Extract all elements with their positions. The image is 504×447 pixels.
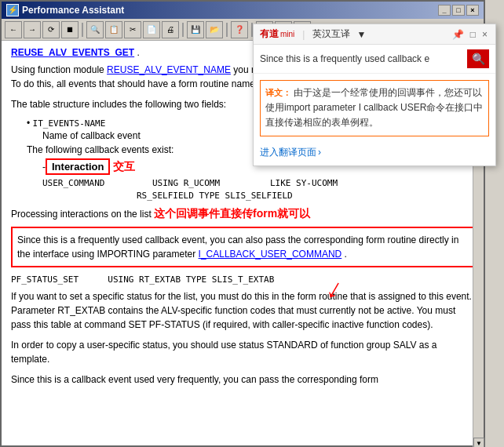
back-button[interactable]: ← — [5, 21, 22, 38]
toolbar-sep-3 — [226, 23, 228, 37]
translation-result-box: 译文： 由于这是一个经常使用的回调事件，您还可以使用import paramet… — [260, 80, 489, 136]
pf-status-params: USING RT_EXTAB TYPE SLIS_T_EXTAB — [108, 274, 274, 285]
maximize-button[interactable]: □ — [452, 5, 465, 16]
func-name-inline[interactable]: REUSE_ALV_EVENT_NAME — [107, 64, 231, 75]
more-translation-link[interactable]: 进入翻译页面 › — [254, 143, 495, 165]
popup-search-button[interactable]: 🔍 — [467, 49, 489, 68]
popup-controls: 📌 □ × — [451, 29, 489, 40]
youdao-mini-label: mini — [280, 30, 294, 38]
toolbar-sep-2 — [182, 23, 184, 37]
paste-button[interactable]: 📄 — [143, 21, 160, 38]
user-command-row: USER_COMMAND USING R_UCOMM LIKE SY-UCOMM — [42, 178, 474, 188]
popup-search-input[interactable] — [260, 53, 464, 64]
translation-popup: 有道 mini | 英汉互译 ▼ 📌 □ × 🔍 译文： 由于这是一个经常使用的… — [253, 24, 496, 166]
rs-selfield: RS_SELFIELD TYPE SLIS_SELFIELD — [137, 191, 293, 201]
chinese-interaction-label: 交互 — [113, 160, 135, 174]
refresh-button[interactable]: ⟳ — [42, 21, 60, 38]
translated-text: 由于这是一个经常使用的回调事件，您还可以使用import parameter I… — [265, 87, 483, 128]
popup-title-text: 英汉互译 — [312, 27, 350, 41]
interaction-badge: Interaction — [46, 158, 110, 175]
open-button[interactable]: 📂 — [206, 21, 223, 38]
popup-title-bar: 有道 mini | 英汉互译 ▼ 📌 □ × — [254, 24, 495, 45]
print-button[interactable]: 🖨 — [162, 21, 179, 38]
using-r-ucomm: USING R_UCOMM — [152, 178, 254, 188]
func-header-dot: . — [137, 47, 140, 58]
title-bar: ⚡ Performance Assistant _ □ × — [2, 2, 484, 19]
para-2: In order to copy a user-specific status,… — [11, 338, 474, 366]
pin-button[interactable]: 📌 — [451, 29, 466, 40]
popup-maximize-button[interactable]: □ — [469, 29, 477, 40]
forward-button[interactable]: → — [24, 21, 41, 38]
popup-close-button[interactable]: × — [480, 29, 489, 40]
window-icon: ⚡ — [6, 4, 19, 16]
chinese-form-note: 这个回调事件直接传form就可以 — [154, 207, 310, 220]
like-sy-ucomm: LIKE SY-UCOMM — [270, 178, 338, 188]
para-3: Since this is a callback event used very… — [11, 372, 474, 387]
processing-row: Processing interactions on the list 这个回调… — [11, 205, 474, 222]
redbox-link[interactable]: I_CALLBACK_USER_COMMAND — [199, 249, 342, 260]
rs-selfield-row: RS_SELFIELD TYPE SLIS_SELFIELD — [137, 190, 474, 201]
scroll-down-arrow[interactable]: ▼ — [473, 438, 484, 447]
window-title: Performance Assistant — [22, 5, 124, 16]
search-icon: 🔍 — [472, 53, 485, 65]
pf-status-row: PF_STATUS_SET USING RT_EXTAB TYPE SLIS_T… — [11, 274, 474, 285]
popup-search-bar: 🔍 — [254, 45, 495, 74]
user-command: USER_COMMAND — [42, 178, 137, 188]
toolbar-sep-1 — [82, 23, 83, 37]
translate-label: 译文： — [265, 88, 291, 97]
help-button[interactable]: ❓ — [231, 21, 248, 38]
copy-button[interactable]: 📋 — [105, 21, 122, 38]
title-sep: | — [302, 29, 305, 40]
it-events-name: IT_EVENTS-NAME — [33, 118, 106, 129]
youdao-logo: 有道 — [260, 27, 279, 41]
search-button[interactable]: 🔍 — [86, 21, 104, 38]
pf-status-set: PF_STATUS_SET — [11, 274, 105, 285]
para-1: If you want to set a specific status for… — [11, 289, 474, 332]
title-bar-buttons: _ □ × — [438, 5, 479, 16]
red-box-section: Since this is a frequently used callback… — [11, 227, 474, 267]
cut-button[interactable]: ✂ — [124, 21, 141, 38]
func-name-header[interactable]: REUSE_ALV_EVENTS_GET — [11, 47, 134, 58]
stop-button[interactable]: ⏹ — [61, 21, 79, 38]
close-button[interactable]: × — [466, 5, 479, 16]
minimize-button[interactable]: _ — [438, 5, 451, 16]
popup-dropdown-arrow[interactable]: ▼ — [356, 29, 366, 40]
save-button[interactable]: 💾 — [187, 21, 204, 38]
